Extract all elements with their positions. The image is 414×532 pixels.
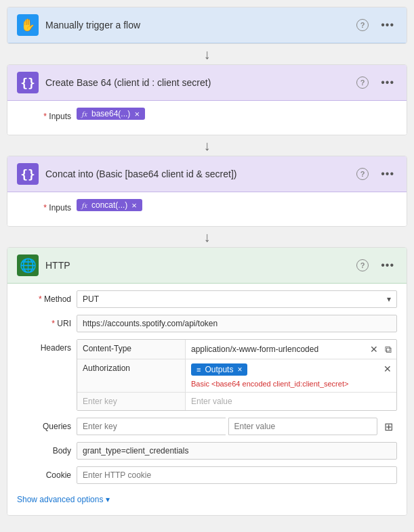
manual-trigger-actions: ? ••• [354,18,397,32]
http-method-label: Method [17,290,71,304]
header-row-content-type: Content-Type application/x-www-form-urle… [77,340,396,359]
header-key-authorization[interactable]: Authorization [77,359,186,392]
manual-trigger-header: ✋ Manually trigger a flow ? ••• [7,7,407,43]
http-method-content: PUT ▾ [77,290,397,308]
http-title: HTTP [45,260,347,271]
header-key-new-placeholder: Enter key [83,397,117,406]
outputs-token-close[interactable]: × [237,365,242,374]
http-cookie-content [77,466,397,484]
http-queries-row: Queries ⊞ [17,418,397,435]
http-actions: ? ••• [354,258,397,273]
header-value-content-type-text: application/x-www-form-urlencoded [191,345,318,354]
outputs-token[interactable]: ≡ Outputs × [191,363,247,376]
header-key-new[interactable]: Enter key [77,393,186,410]
base64-card: {} Create Base 64 (client id : client se… [7,64,407,135]
concat-inputs-label: Inputs [17,199,71,213]
outputs-token-label: Outputs [205,365,233,374]
queries-add-button[interactable]: ⊞ [380,420,397,433]
concat-inputs-content: 𝑓𝑥 concat(...) × [77,199,397,211]
connector-3: ↓ [204,227,211,247]
header-authorization-actions: ✕ [379,359,396,392]
ellipsis-icon: ••• [381,19,394,31]
base64-icon: {} [17,72,39,93]
connector-2: ↓ [204,135,211,156]
http-body-label: Body [17,442,71,456]
http-uri-row: URI [17,315,397,332]
concat-icon: {} [17,163,39,185]
base64-token-close[interactable]: × [134,110,140,118]
http-cookie-input[interactable] [77,466,397,484]
base64-help-button[interactable]: ? [354,75,371,90]
manual-trigger-help-button[interactable]: ? [354,18,371,32]
http-queries-content: ⊞ [77,418,397,435]
header-value-new-placeholder: Enter value [191,397,232,406]
http-queries-label: Queries [17,418,71,431]
concat-card: {} Concat into (Basic [base64 client id … [7,156,407,227]
base64-body: Inputs 𝑓𝑥 base64(...) × [7,101,407,135]
concat-actions: ? ••• [354,167,397,181]
http-cookie-row: Cookie [17,466,397,484]
concat-header: {} Concat into (Basic [base64 client id … [7,156,407,192]
http-uri-input[interactable] [77,315,397,332]
header-delete-button[interactable]: ✕ [368,344,380,355]
help-icon: ? [356,168,369,180]
flow-container: ✋ Manually trigger a flow ? ••• ↓ {} Cre… [7,7,407,516]
http-more-button[interactable]: ••• [378,258,397,273]
show-advanced-button[interactable]: Show advanced options ▾ [17,491,110,508]
http-uri-label: URI [17,315,71,328]
curly-brace-icon: {} [20,76,35,90]
ellipsis-icon: ••• [381,259,394,271]
http-method-dropdown[interactable]: PUT ▾ [77,290,397,308]
http-card: 🌐 HTTP ? ••• Method PUT ▾ [7,247,407,516]
header-value-content-type: application/x-www-form-urlencoded [186,340,365,359]
base64-token-label: base64(...) [91,109,130,118]
concat-help-button[interactable]: ? [354,167,371,181]
header-key-content-type[interactable]: Content-Type [77,340,186,359]
manual-trigger-more-button[interactable]: ••• [378,18,397,32]
header-row-authorization: Authorization ≡ Outputs × Basic <base64 … [77,359,396,393]
arrow-down-icon: ↓ [204,229,211,245]
manual-trigger-icon: ✋ [17,14,39,36]
base64-more-button[interactable]: ••• [378,75,397,90]
ellipsis-icon: ••• [381,76,394,89]
ellipsis-icon: ••• [381,168,394,180]
queries-value-input[interactable] [228,418,378,435]
http-body-input[interactable] [77,442,397,460]
help-icon: ? [356,259,369,271]
http-headers-label: Headers [17,339,71,353]
globe-icon: 🌐 [20,257,37,273]
arrow-down-icon: ↓ [204,138,211,154]
concat-title: Concat into (Basic [base64 client id & s… [45,169,347,179]
arrow-down-icon: ↓ [204,47,211,62]
curly-brace-icon: {} [20,167,35,181]
http-method-value: PUT [83,294,99,304]
http-icon: 🌐 [17,254,39,276]
show-advanced-label: Show advanced options [17,495,103,504]
http-header: 🌐 HTTP ? ••• [7,248,407,284]
http-headers-row: Headers Content-Type application/x-www-f… [17,339,397,411]
header-value-new[interactable]: Enter value [186,393,396,410]
http-body-content [77,442,397,460]
concat-token[interactable]: 𝑓𝑥 concat(...) × [77,199,142,211]
fx-icon: 𝑓𝑥 [82,110,87,118]
authorization-hint: Basic <base64 encoded client_id:client_s… [191,380,348,388]
concat-more-button[interactable]: ••• [378,167,397,181]
base64-inputs-label: Inputs [17,108,71,121]
base64-token[interactable]: 𝑓𝑥 base64(...) × [77,108,145,120]
queries-key-input[interactable] [77,418,226,435]
http-help-button[interactable]: ? [354,258,371,273]
base64-header: {} Create Base 64 (client id : client se… [7,65,407,101]
headers-table: Content-Type application/x-www-form-urle… [77,339,397,411]
manual-trigger-card: ✋ Manually trigger a flow ? ••• [7,7,407,44]
concat-token-label: concat(...) [91,200,127,210]
header-copy-button[interactable]: ⧉ [383,344,394,355]
base64-inputs-content: 𝑓𝑥 base64(...) × [77,108,397,120]
concat-token-close[interactable]: × [131,201,137,210]
concat-body: Inputs 𝑓𝑥 concat(...) × [7,192,407,226]
base64-inputs-row: Inputs 𝑓𝑥 base64(...) × [17,108,397,121]
header-auth-delete-button[interactable]: ✕ [381,363,394,374]
http-uri-content [77,315,397,332]
chevron-down-icon: ▾ [106,495,110,504]
help-icon: ? [356,19,369,31]
http-body: Method PUT ▾ URI Headers [7,284,407,515]
